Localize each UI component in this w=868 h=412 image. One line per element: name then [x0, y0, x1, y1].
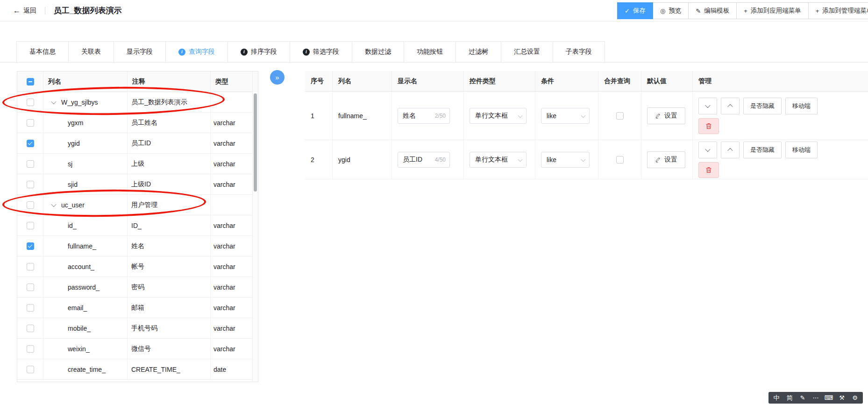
plus-icon: +	[816, 8, 819, 14]
scrollbar-thumb[interactable]	[254, 93, 257, 192]
widget-type-select[interactable]: 单行文本框	[470, 108, 526, 124]
move-up-button[interactable]	[721, 142, 740, 158]
tab-query-fields[interactable]: 查询字段	[165, 41, 228, 62]
delete-button[interactable]	[698, 162, 719, 178]
table-row[interactable]: create_time_ CREATE_TIME_ date	[17, 359, 258, 380]
delete-button[interactable]	[698, 118, 719, 134]
column-name: ygxm	[68, 119, 83, 127]
row-checkbox[interactable]	[27, 366, 34, 373]
double-chevron-right-icon: »	[275, 73, 279, 81]
pen-icon[interactable]: ✎	[796, 392, 809, 404]
tab-function-buttons[interactable]: 功能按钮	[404, 41, 456, 62]
keyboard-icon[interactable]: ⌨	[822, 392, 835, 404]
table-row[interactable]: id_ ID_ varchar	[17, 215, 258, 236]
row-checkbox[interactable]	[27, 181, 34, 188]
row-checkbox[interactable]	[27, 263, 34, 270]
column-name: uc_user	[61, 201, 85, 209]
table-row[interactable]: weixin_ 微信号 varchar	[17, 339, 258, 359]
widget-type-select[interactable]: 单行文本框	[470, 152, 526, 168]
tab-filter-fields[interactable]: 筛选字段	[290, 41, 352, 62]
row-checkbox[interactable]	[27, 119, 34, 127]
toggle-hide-button[interactable]: 是否隐藏	[743, 142, 782, 158]
tab-summary-settings[interactable]: 汇总设置	[501, 41, 553, 62]
tab-data-filter[interactable]: 数据过滤	[352, 41, 404, 62]
table-row[interactable]: sj 上级 varchar	[17, 154, 258, 174]
table-row[interactable]: ygid 员工ID varchar	[17, 133, 258, 154]
preview-button[interactable]: ◎ 预览	[653, 2, 689, 19]
row-checkbox[interactable]	[27, 201, 34, 209]
row-checkbox[interactable]	[27, 304, 34, 312]
add-admin-menu-button[interactable]: + 添加到管理端菜单	[808, 2, 868, 19]
default-value-set-button[interactable]: 设置	[647, 107, 685, 124]
chevron-down-icon[interactable]	[51, 201, 56, 206]
add-app-menu-button[interactable]: + 添加到应用端菜单	[736, 2, 809, 19]
column-comment: 密码	[128, 277, 211, 298]
row-index: 2	[305, 140, 333, 179]
row-checkbox[interactable]	[27, 345, 34, 353]
table-row[interactable]: fullname_ 姓名 varchar	[17, 236, 258, 256]
row-checkbox[interactable]	[27, 160, 34, 168]
header-index: 序号	[305, 71, 333, 92]
display-name-input[interactable]: 员工ID 4/50	[398, 152, 450, 168]
move-down-button[interactable]	[698, 98, 717, 114]
tab-display-fields[interactable]: 显示字段	[114, 41, 166, 62]
column-comment: 帐号	[128, 256, 211, 277]
table-row[interactable]: password_ 密码 varchar	[17, 277, 258, 298]
toggle-hide-button[interactable]: 是否隐藏	[743, 98, 782, 114]
chevron-up-icon	[727, 104, 733, 109]
tab-basic-info[interactable]: 基本信息	[16, 41, 69, 62]
table-row[interactable]: uc_user 用户管理	[17, 195, 258, 215]
row-column-name: ygid	[333, 140, 392, 179]
row-checkbox[interactable]	[27, 222, 34, 229]
check-icon: ✓	[625, 8, 630, 14]
tab-sort-fields[interactable]: 排序字段	[228, 41, 290, 62]
header-widget-type: 控件类型	[464, 71, 535, 92]
table-row[interactable]: sjid 上级ID varchar	[17, 174, 258, 195]
table-row[interactable]: email_ 邮箱 varchar	[17, 298, 258, 318]
save-button[interactable]: ✓ 保存	[617, 2, 653, 19]
trash-icon	[705, 123, 712, 129]
row-checkbox[interactable]	[27, 140, 34, 147]
table-row[interactable]: account_ 帐号 varchar	[17, 256, 258, 277]
column-name: email_	[68, 304, 87, 312]
row-checkbox[interactable]	[27, 242, 34, 250]
header-manage: 管理	[693, 71, 868, 92]
divider	[45, 7, 45, 14]
row-checkbox[interactable]	[27, 325, 34, 332]
tools-icon[interactable]: ⚒	[835, 392, 848, 404]
tab-bar: 基本信息 关联表 显示字段 查询字段 排序字段 筛选字段 数据过滤 功能按钮 过…	[0, 41, 868, 63]
row-checkbox[interactable]	[27, 99, 34, 106]
condition-select[interactable]: like	[541, 108, 590, 124]
chevron-down-icon[interactable]	[51, 99, 56, 104]
table-row[interactable]: ygxm 员工姓名 varchar	[17, 113, 258, 133]
column-type: varchar	[211, 236, 253, 256]
merge-query-checkbox[interactable]	[616, 112, 624, 120]
scrollbar-track[interactable]	[252, 92, 258, 382]
display-name-input[interactable]: 姓名 2/50	[398, 108, 450, 124]
edit-template-button[interactable]: ✎ 编辑模板	[688, 2, 737, 19]
column-comment: 员工ID	[128, 133, 211, 154]
collapse-panel-button[interactable]: »	[270, 70, 285, 85]
back-button[interactable]: ← 返回	[13, 7, 36, 15]
char-counter: 4/50	[435, 156, 446, 163]
tab-filter-tree[interactable]: 过滤树	[455, 41, 501, 62]
column-type: varchar	[211, 339, 253, 359]
dots-icon[interactable]: ⋯	[809, 392, 822, 404]
column-comment: 员工_数据列表演示	[128, 92, 211, 113]
merge-query-checkbox[interactable]	[616, 156, 624, 163]
table-row[interactable]: W_yg_sjlbys 员工_数据列表演示	[17, 92, 258, 113]
move-down-button[interactable]	[698, 142, 717, 158]
tab-related-tables[interactable]: 关联表	[68, 41, 114, 62]
table-row[interactable]: mobile_ 手机号码 varchar	[17, 318, 258, 339]
move-up-button[interactable]	[721, 98, 740, 114]
simplified-icon[interactable]: 简	[783, 392, 796, 404]
default-value-set-button[interactable]: 设置	[647, 151, 685, 168]
tab-subtable-fields[interactable]: 子表字段	[553, 41, 605, 62]
gear-icon[interactable]: ⚙	[848, 392, 861, 404]
select-all-checkbox[interactable]	[27, 78, 34, 85]
chinese-mode-icon[interactable]: 中	[770, 392, 783, 404]
condition-select[interactable]: like	[541, 152, 590, 168]
row-checkbox[interactable]	[27, 284, 34, 291]
mobile-button[interactable]: 移动端	[785, 98, 818, 114]
mobile-button[interactable]: 移动端	[785, 142, 818, 158]
